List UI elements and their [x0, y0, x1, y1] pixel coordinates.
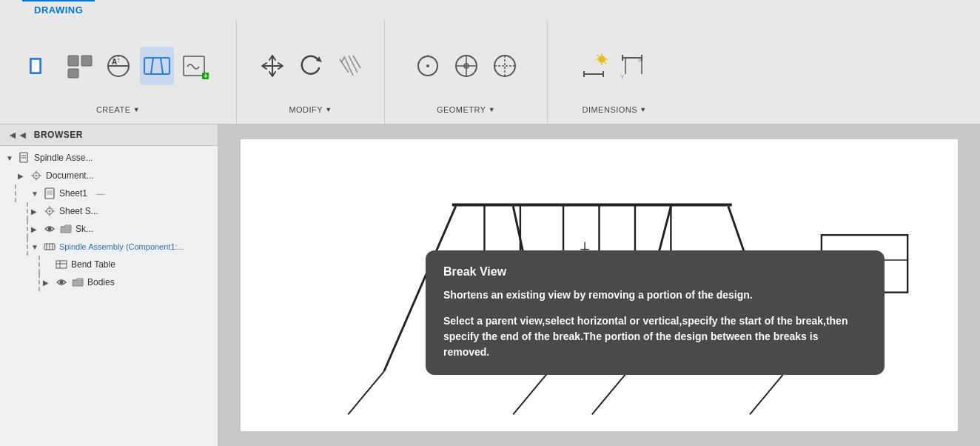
svg-line-90 [750, 371, 785, 414]
expand-arrow: ▶ [31, 225, 40, 233]
tree-label: Spindle Asse... [34, 153, 93, 163]
tree-icon-folder [59, 222, 73, 236]
tree-label: Sheet S... [59, 206, 98, 216]
tree-label: Spindle Assembly (Component1:... [59, 242, 184, 251]
tree-icon-gear2 [43, 204, 56, 218]
svg-rect-1 [31, 59, 40, 73]
dimensions-section: X Y DIMENSIONS ▼ [548, 21, 681, 124]
expand-arrow: ▶ [43, 279, 52, 287]
tree-item-sheet-settings[interactable]: ▶ Sheet S... [27, 202, 218, 220]
svg-point-31 [494, 56, 515, 76]
expand-arrow: ▼ [31, 190, 40, 198]
svg-rect-13 [184, 56, 204, 76]
browser-title: BROWSER [34, 130, 83, 140]
tooltip-title: Break View [443, 265, 867, 279]
tree-label: Bodies [87, 277, 115, 287]
dimension-button[interactable] [578, 47, 612, 85]
svg-line-23 [341, 58, 344, 62]
tree-label: Document... [46, 170, 94, 181]
ellipse-button[interactable] [449, 47, 483, 85]
svg-line-40 [605, 62, 606, 64]
modify-label[interactable]: MODIFY ▼ [289, 105, 332, 119]
create-section: A [0, 21, 237, 124]
tree-item-documents[interactable]: ▶ Document... [0, 167, 218, 184]
create-label-text: CREATE [96, 105, 131, 114]
tooltip-paragraph1: Shortens an existing view by removing a … [443, 287, 867, 303]
svg-text:Y: Y [620, 73, 625, 80]
svg-rect-5 [68, 69, 78, 78]
svg-point-61 [49, 210, 51, 213]
base-view-button[interactable] [24, 47, 58, 85]
svg-rect-67 [56, 261, 67, 268]
svg-line-87 [348, 371, 383, 414]
expand-arrow: ▶ [18, 172, 27, 180]
tree-label: Sk... [75, 224, 93, 234]
main-content: ◄◄ BROWSER ▼ Spindle Asse... [0, 124, 980, 446]
geometry-icons [411, 27, 522, 105]
tree-item-bend-table[interactable]: ▶ Bend Table [38, 256, 218, 273]
tree-item-sketches[interactable]: ▶ Sk... [27, 220, 218, 238]
browser-header: ◄◄ BROWSER [0, 124, 218, 146]
hatch-button[interactable] [332, 47, 366, 85]
svg-line-11 [151, 58, 153, 74]
svg-line-39 [597, 55, 599, 56]
svg-rect-56 [45, 188, 54, 199]
tree-icon-table [55, 258, 68, 271]
rotate-button[interactable] [294, 47, 328, 85]
tooltip-body: Shortens an existing view by removing a … [443, 287, 867, 360]
svg-rect-4 [81, 56, 92, 66]
tree-item-spindle-assembly[interactable]: ▼ Spindle Assembly (Component1:... [27, 238, 218, 256]
toolbar: DRAWING [0, 0, 980, 124]
drawing-tab[interactable]: DRAWING [22, 0, 95, 19]
svg-point-62 [48, 227, 52, 231]
sheet-separator: — [96, 189, 104, 198]
geometry-label[interactable]: GEOMETRY ▼ [437, 105, 495, 119]
tree-label: Bend Table [71, 259, 115, 270]
svg-line-12 [161, 58, 163, 74]
svg-point-70 [60, 281, 64, 284]
tree-label: Sheet1 [59, 188, 87, 199]
browser-tree: ▼ Spindle Asse... ▶ [0, 146, 218, 294]
svg-line-20 [344, 56, 353, 76]
broken-out-section-button[interactable]: + [178, 47, 212, 85]
svg-rect-3 [68, 56, 78, 66]
svg-text:A: A [112, 58, 117, 66]
modify-icons [255, 27, 366, 105]
move-button[interactable] [255, 47, 289, 85]
create-label[interactable]: CREATE ▼ [96, 105, 140, 119]
tree-item-spindle-root[interactable]: ▼ Spindle Asse... [0, 149, 218, 167]
tooltip-popup: Break View Shortens an existing view by … [426, 250, 885, 375]
svg-point-34 [598, 56, 605, 63]
break-view-button[interactable] [140, 47, 174, 85]
tree-item-bodies[interactable]: ▶ Bodies [38, 273, 218, 291]
tooltip-paragraph2: Select a parent view,select horizontal o… [443, 313, 867, 360]
tree-icon-eye [43, 222, 56, 236]
geometry-label-text: GEOMETRY [437, 105, 486, 114]
dimensions-dropdown-arrow: ▼ [640, 106, 646, 113]
dimensions-label[interactable]: DIMENSIONS ▼ [582, 105, 646, 119]
svg-point-25 [426, 64, 429, 67]
toolbar-sections: A [0, 0, 980, 124]
collapse-icon[interactable]: ◄◄ [7, 129, 28, 141]
create-icons: A [24, 27, 212, 105]
tree-item-sheet1[interactable]: ▼ Sheet1 — [15, 184, 218, 202]
create-dropdown-arrow: ▼ [133, 106, 140, 113]
svg-text:+: + [204, 72, 208, 80]
dimensions-icons: X Y [578, 27, 651, 105]
tree-icon-folder2 [71, 276, 84, 289]
section-view-button[interactable]: A [101, 47, 135, 85]
ordinate-button[interactable]: X Y [617, 47, 651, 85]
projected-view-button[interactable] [63, 47, 97, 85]
canvas-area: Break View Shortens an existing view by … [218, 124, 980, 446]
tree-icon-component [43, 240, 56, 253]
tree-icon-gear [30, 169, 43, 182]
expand-arrow: ▼ [31, 243, 40, 251]
tree-icon-eye2 [55, 276, 68, 289]
svg-rect-10 [144, 58, 170, 74]
browser-panel: ◄◄ BROWSER ▼ Spindle Asse... [0, 124, 218, 446]
modify-dropdown-arrow: ▼ [325, 106, 332, 113]
construction-button[interactable] [488, 47, 522, 85]
circle-button[interactable] [411, 47, 445, 85]
svg-text:X: X [638, 57, 642, 64]
modify-label-text: MODIFY [289, 105, 323, 114]
